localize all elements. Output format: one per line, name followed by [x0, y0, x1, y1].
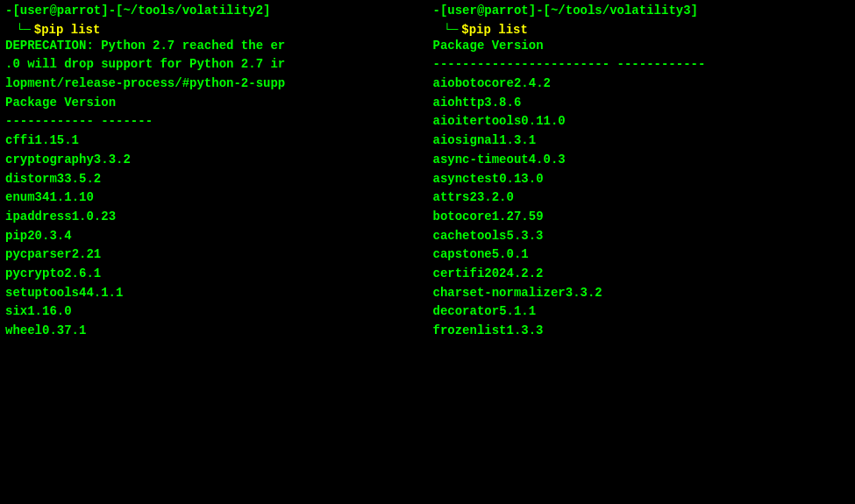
right-package-row: frozenlist1.3.3	[428, 322, 856, 341]
left-package-row: wheel0.37.1	[0, 322, 428, 341]
left-pkg-version: 3.3.2	[94, 153, 131, 167]
left-pkg-version: 3.5.2	[64, 172, 101, 186]
right-pkg-version: 5.0.1	[492, 247, 529, 261]
left-separator: ------------ -------	[0, 112, 428, 131]
left-package-row: six1.16.0	[0, 302, 428, 322]
left-package-list: cffi1.15.1cryptography3.3.2distorm33.5.2…	[0, 131, 428, 341]
right-package-row: attrs23.2.0	[428, 188, 856, 208]
left-pkg-name: pip	[5, 229, 27, 243]
right-pkg-version: 23.2.0	[470, 190, 514, 204]
right-pkg-name: cachetools	[433, 229, 507, 243]
left-package-row: enum341.1.10	[0, 188, 428, 208]
right-package-row: aiohttp3.8.6	[428, 94, 856, 113]
right-pkg-name: botocore	[433, 209, 492, 224]
right-pkg-version: 0.11.0	[521, 114, 565, 128]
right-package-row: decorator5.1.1	[428, 302, 856, 322]
left-path: ~/tools/volatility2	[123, 2, 263, 21]
left-package-row: pycparser2.21	[0, 245, 428, 265]
right-title-bar: -[ user@parrot ]-[ ~/tools/volatility3 ]	[428, 0, 856, 23]
left-pkg-name: wheel	[5, 323, 42, 337]
right-pkg-name: decorator	[433, 304, 500, 318]
right-package-row: aiosignal1.3.1	[428, 131, 856, 151]
left-col-version-header: Version	[64, 96, 116, 110]
right-package-row: asynctest0.13.0	[428, 170, 856, 189]
left-pkg-name: pycrypto	[5, 266, 64, 280]
left-pkg-name: six	[5, 304, 27, 318]
left-pkg-name: setuptools	[5, 286, 79, 300]
right-pkg-name: charset-normalizer	[433, 286, 566, 300]
right-pkg-name: certifi	[433, 266, 485, 280]
left-pkg-version: 20.3.4	[27, 229, 71, 243]
left-pkg-version: 1.16.0	[27, 304, 71, 318]
left-package-row: pycrypto2.6.1	[0, 265, 428, 284]
right-path: ~/tools/volatility3	[551, 2, 691, 21]
right-pkg-version: 1.3.3	[507, 323, 544, 337]
left-bracket-close: ]-[	[101, 2, 123, 21]
right-package-row: botocore1.27.59	[428, 208, 856, 227]
right-pkg-version: 1.27.59	[492, 209, 544, 224]
left-command: $pip list	[34, 23, 101, 37]
right-package-row: aiobotocore2.4.2	[428, 75, 856, 94]
left-deprecation-3: lopment/release-process/#python-2-supp	[0, 75, 428, 94]
left-prompt: └─ $pip list	[0, 23, 428, 37]
right-col-version-header: Version	[492, 39, 544, 53]
left-pkg-name: pycparser	[5, 247, 72, 261]
left-deprecation-2: .0 will drop support for Python 2.7 ir	[0, 55, 428, 75]
left-pkg-version: 44.1.1	[79, 286, 123, 300]
right-pkg-version: 2024.2.2	[484, 266, 543, 280]
right-pkg-name: frozenlist	[433, 323, 507, 337]
right-pkg-version: 3.3.2	[566, 286, 602, 300]
left-package-row: ipaddress1.0.23	[0, 208, 428, 227]
right-col-package-header: Package	[433, 39, 485, 53]
left-terminal-pane: -[ user@parrot ]-[ ~/tools/volatility2 ]…	[0, 0, 428, 504]
left-pkg-name: ipaddress	[5, 209, 72, 224]
right-prompt: └─ $pip list	[428, 23, 856, 37]
left-pkg-version: 0.37.1	[42, 323, 86, 337]
right-separator: ------------------------ ------------	[428, 55, 856, 75]
right-pkg-version: 4.0.3	[529, 153, 566, 167]
left-pkg-version: 1.0.23	[72, 209, 116, 224]
right-arrow-icon: └─	[444, 23, 459, 37]
left-title-bar: -[ user@parrot ]-[ ~/tools/volatility2 ]	[0, 0, 428, 23]
right-command: $pip list	[461, 23, 528, 37]
right-pkg-name: attrs	[433, 190, 470, 204]
right-package-row: capstone5.0.1	[428, 245, 856, 265]
right-pkg-name: aioitertools	[433, 114, 522, 128]
left-package-row: cryptography3.3.2	[0, 151, 428, 170]
left-pkg-version: 2.6.1	[64, 266, 101, 280]
left-pkg-version: 2.21	[72, 247, 102, 261]
right-table-header: Package Version	[428, 37, 856, 56]
right-pkg-version: 2.4.2	[514, 76, 551, 90]
right-pkg-version: 1.3.1	[499, 133, 536, 147]
right-pkg-version: 3.8.6	[484, 96, 521, 110]
right-pkg-name: aiosignal	[433, 133, 500, 147]
left-pkg-name: enum34	[5, 190, 49, 204]
right-pkg-version: 0.13.0	[499, 172, 543, 186]
right-pkg-version: 5.1.1	[499, 304, 536, 318]
right-package-row: async-timeout4.0.3	[428, 151, 856, 170]
left-pkg-name: cffi	[5, 133, 35, 147]
left-col-package-header: Package	[5, 96, 57, 110]
right-pkg-name: asynctest	[433, 172, 500, 186]
right-package-row: cachetools5.3.3	[428, 227, 856, 246]
right-bracket-close: ]-[	[529, 2, 551, 21]
left-package-row: cffi1.15.1	[0, 131, 428, 151]
right-package-list: aiobotocore2.4.2aiohttp3.8.6aioitertools…	[428, 75, 856, 341]
right-package-row: certifi2024.2.2	[428, 265, 856, 284]
left-pkg-version: 1.15.1	[35, 133, 79, 147]
left-package-row: setuptools44.1.1	[0, 284, 428, 303]
left-user-host: user@parrot	[20, 2, 101, 21]
right-package-row: charset-normalizer3.3.2	[428, 284, 856, 303]
left-deprecation-1: DEPRECATION: Python 2.7 reached the er	[0, 37, 428, 56]
right-package-row: aioitertools0.11.0	[428, 112, 856, 131]
right-pkg-name: async-timeout	[433, 153, 529, 167]
right-pkg-version: 5.3.3	[507, 229, 544, 243]
right-terminal-pane: -[ user@parrot ]-[ ~/tools/volatility3 ]…	[428, 0, 856, 504]
left-pkg-version: 1.1.10	[49, 190, 93, 204]
left-pkg-name: cryptography	[5, 153, 94, 167]
left-path-bracket-close: ]	[263, 2, 270, 21]
right-pkg-name: aiobotocore	[433, 76, 514, 90]
right-pkg-name: aiohttp	[433, 96, 485, 110]
right-path-bracket-close: ]	[691, 2, 698, 21]
right-user-host: user@parrot	[447, 2, 528, 21]
